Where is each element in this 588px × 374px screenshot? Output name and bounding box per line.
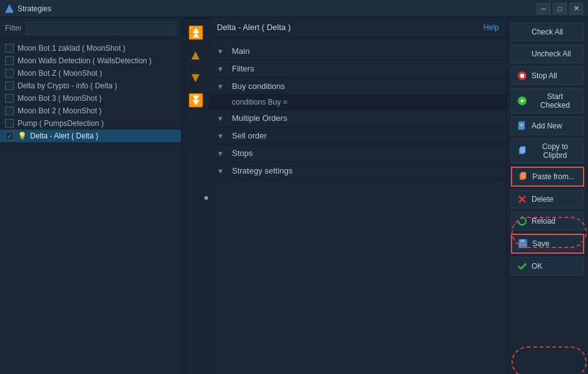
strategy-checkbox-4[interactable] — [5, 81, 14, 90]
paste-from-button[interactable]: Paste from... — [511, 167, 584, 187]
strategy-checkbox-3[interactable] — [5, 69, 14, 78]
copy-to-clipbrd-label: Copy to Clipbrd — [532, 142, 579, 160]
start-checked-label: Start Checked — [532, 92, 579, 110]
section-label-buy-conditions: Buy conditions — [232, 81, 285, 91]
move-to-top-button[interactable]: ⏫ — [184, 23, 207, 43]
center-area: ⏫ ▲ ▼ ⏬ Delta - Alert ( Delta ) Help ▼Ma… — [182, 18, 507, 374]
save-label: Save — [532, 239, 549, 248]
section-label-stops: Stops — [232, 148, 253, 158]
window-controls: ─ □ ✕ — [537, 3, 583, 14]
strategy-item-3[interactable]: Moon Bot Z ( MoonShot ) — [0, 67, 181, 80]
move-to-bottom-button[interactable]: ⏬ — [184, 90, 207, 110]
strategy-list: Moon Bot 1 zaklad ( MoonShot )Moon Walls… — [0, 39, 181, 374]
strategy-checkbox-7[interactable] — [5, 119, 14, 128]
strategy-item-1[interactable]: Moon Bot 1 zaklad ( MoonShot ) — [0, 42, 181, 55]
check-all-label: Check All — [532, 28, 563, 36]
section-label-filters: Filters — [232, 64, 254, 73]
add-new-button[interactable]: +Add New — [511, 117, 584, 135]
right-panel: Check AllUncheck AllStop AllStart Checke… — [507, 18, 588, 374]
chevron-icon-main: ▼ — [217, 48, 227, 55]
strategy-name-3: Moon Bot Z ( MoonShot ) — [18, 69, 102, 78]
restore-button[interactable]: □ — [553, 3, 567, 14]
strategy-item-2[interactable]: Moon Walls Detection ( WallsDetection ) — [0, 55, 181, 67]
svg-rect-7 — [520, 147, 525, 153]
uncheck-all-icon — [517, 48, 528, 60]
add-new-label: Add New — [532, 122, 562, 130]
strategy-item-8[interactable]: ✓💡Delta - Alert ( Delta ) — [0, 130, 181, 142]
strategy-checkbox-5[interactable] — [5, 94, 14, 103]
add-new-icon: + — [517, 120, 528, 132]
section-label-strategy-settings: Strategy settings — [232, 166, 293, 175]
uncheck-all-label: Uncheck All — [532, 49, 571, 58]
svg-rect-1 — [520, 74, 524, 78]
strategy-checkbox-2[interactable] — [5, 56, 14, 65]
check-all-button[interactable]: Check All — [511, 23, 584, 41]
paste-from-label: Paste from... — [532, 172, 575, 181]
section-label-multiple-orders: Multiple Orders — [232, 113, 287, 123]
delete-icon — [517, 194, 528, 205]
chevron-icon-filters: ▼ — [217, 65, 227, 73]
section-row-stops[interactable]: ▼Stops — [209, 145, 507, 162]
stop-all-icon — [517, 70, 528, 81]
ok-label: OK — [532, 262, 542, 271]
move-up-button[interactable]: ▲ — [184, 45, 207, 65]
stop-all-label: Stop All — [532, 71, 557, 80]
filter-input[interactable] — [26, 21, 176, 35]
chevron-icon-multiple-orders: ▼ — [217, 115, 227, 122]
center-header: Delta - Alert ( Delta ) Help — [209, 18, 507, 38]
stop-all-button[interactable]: Stop All — [511, 66, 584, 85]
center-panel: Delta - Alert ( Delta ) Help ▼Main▼Filte… — [209, 18, 507, 374]
position-indicator — [204, 196, 208, 200]
paste-from-icon — [517, 171, 528, 182]
strategy-checkbox-8[interactable]: ✓ — [5, 132, 14, 140]
chevron-icon-strategy-settings: ▼ — [217, 167, 227, 175]
section-list: ▼Main▼Filters▼Buy conditionsconditions B… — [209, 38, 507, 374]
strategy-name-2: Moon Walls Detection ( WallsDetection ) — [18, 56, 152, 65]
section-row-multiple-orders[interactable]: ▼Multiple Orders — [209, 110, 507, 127]
copy-to-clipbrd-icon — [517, 145, 528, 157]
section-row-strategy-settings[interactable]: ▼Strategy settings — [209, 162, 507, 180]
help-link[interactable]: Help — [483, 23, 499, 32]
copy-to-clipbrd-button[interactable]: Copy to Clipbrd — [511, 138, 584, 164]
reload-icon — [517, 216, 528, 227]
strategy-item-7[interactable]: Pump ( PumpsDetection ) — [0, 117, 181, 130]
strategy-checkbox-1[interactable] — [5, 44, 14, 53]
section-row-buy-conditions[interactable]: ▼Buy conditions — [209, 78, 507, 95]
strategy-name-8: Delta - Alert ( Delta ) — [30, 132, 98, 140]
chevron-icon-buy-conditions: ▼ — [217, 83, 227, 90]
app-title: Strategies — [18, 4, 51, 13]
save-button[interactable]: Save — [511, 234, 584, 254]
section-row-main[interactable]: ▼Main — [209, 43, 507, 60]
chevron-icon-sell-order: ▼ — [217, 132, 227, 140]
strategy-name-1: Moon Bot 1 zaklad ( MoonShot ) — [18, 44, 125, 53]
app-icon — [5, 4, 14, 13]
section-row-sell-order[interactable]: ▼Sell order — [209, 127, 507, 145]
filter-bar: Filter — [0, 18, 181, 39]
move-down-button[interactable]: ▼ — [184, 68, 207, 88]
reload-button[interactable]: Reload — [511, 212, 584, 231]
minimize-button[interactable]: ─ — [537, 3, 550, 14]
start-checked-icon — [517, 95, 528, 106]
strategy-item-6[interactable]: Moon Bot 2 ( MoonShot ) — [0, 105, 181, 117]
save-highlight-decoration — [512, 346, 587, 374]
section-label-main: Main — [232, 46, 249, 56]
save-icon — [517, 238, 528, 249]
section-row-filters[interactable]: ▼Filters — [209, 60, 507, 78]
strategy-item-4[interactable]: Delta by Crypto - info ( Delta ) — [0, 80, 181, 92]
strategy-name-7: Pump ( PumpsDetection ) — [18, 119, 103, 128]
buy-conditions-detail: conditions Buy = — [209, 95, 507, 110]
strategy-name-4: Delta by Crypto - info ( Delta ) — [18, 81, 117, 90]
delete-label: Delete — [532, 195, 554, 204]
main-layout: Filter Moon Bot 1 zaklad ( MoonShot )Moo… — [0, 18, 588, 374]
chevron-icon-stops: ▼ — [217, 150, 227, 157]
svg-text:+: + — [520, 122, 523, 128]
strategy-title: Delta - Alert ( Delta ) — [217, 23, 291, 32]
strategy-item-5[interactable]: Moon Bot 3 ( MoonShot ) — [0, 92, 181, 105]
strategy-checkbox-6[interactable] — [5, 106, 14, 115]
start-checked-button[interactable]: Start Checked — [511, 88, 584, 113]
ok-button[interactable]: OK — [511, 257, 584, 276]
delete-button[interactable]: Delete — [511, 190, 584, 209]
close-button[interactable]: ✕ — [569, 3, 583, 14]
uncheck-all-button[interactable]: Uncheck All — [511, 44, 584, 63]
action-buttons: Check AllUncheck AllStop AllStart Checke… — [511, 23, 584, 276]
